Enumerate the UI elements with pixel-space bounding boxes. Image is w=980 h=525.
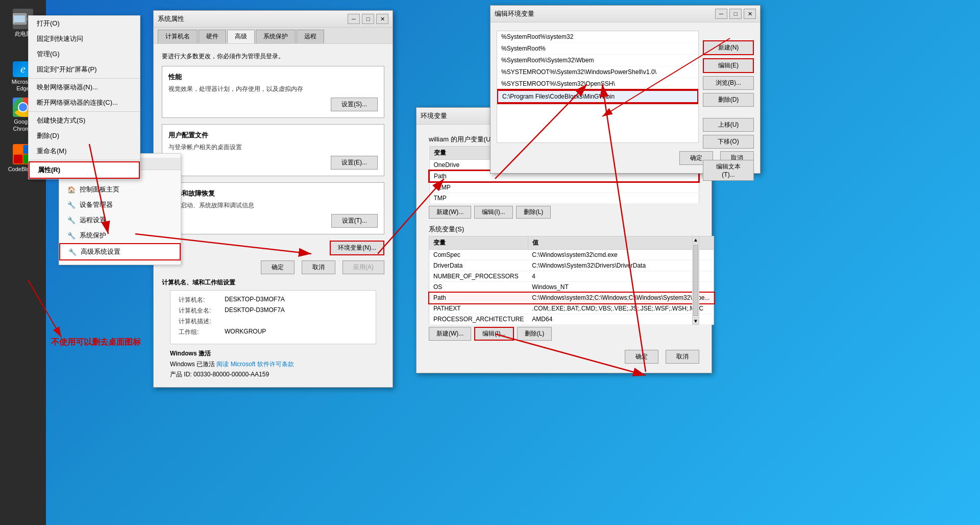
wa-link[interactable]: 阅读 Microsoft 软件许可条款 <box>216 361 293 368</box>
cn-label: 计算机名: <box>179 296 225 304</box>
full-name-label: 计算机全名: <box>179 306 225 315</box>
context-menu-item-open[interactable]: 打开(O) <box>29 16 140 31</box>
context-menu-item-properties[interactable]: 属性(R) <box>29 161 140 179</box>
sep2 <box>29 111 140 112</box>
context-menu-item-rename[interactable]: 重命名(M) <box>29 144 140 159</box>
wg-label: 工作组: <box>179 328 225 337</box>
cp-device-manager[interactable]: 🔧 设备管理器 <box>59 197 181 212</box>
table-row[interactable]: ComSpec C:\Windows\system32\cmd.exe <box>429 250 714 260</box>
cp-advanced-sys[interactable]: 🔧 高级系统设置 <box>59 243 181 260</box>
edit-env-new-btn[interactable]: 新建(N) <box>703 40 754 55</box>
sys-props-window: 系统属性 ─ □ ✕ 计算机名 硬件 高级 系统保护 远程 要进行大多数更改，你… <box>153 10 393 388</box>
sys-props-controls: ─ □ ✕ <box>348 14 388 24</box>
user-new-btn[interactable]: 新建(W)... <box>429 206 471 219</box>
edit-env-minimize[interactable]: ─ <box>715 9 727 19</box>
sys-vars-btns: 新建(W)... 编辑(I)... 删除(L) <box>429 327 699 341</box>
sv-driverdata-var: DriverData <box>429 260 528 271</box>
startup-btn[interactable]: 设置(T)... <box>331 214 378 228</box>
sv-procarch-var: PROCESSOR_ARCHITECTURE <box>429 314 528 325</box>
edit-env-edit-text-btn[interactable]: 编辑文本(T)... <box>703 160 754 181</box>
cp-device-label: 设备管理器 <box>80 200 113 209</box>
edit-env-close[interactable]: ✕ <box>744 9 756 19</box>
tab-advanced[interactable]: 高级 <box>227 30 255 43</box>
cp-sysprotect-label: 系统保护 <box>80 231 106 240</box>
tab-remote[interactable]: 远程 <box>297 30 324 43</box>
context-menu-item-delete[interactable]: 删除(D) <box>29 128 140 144</box>
context-menu: 打开(O) 固定到快速访问 管理(G) 固定到"开始"屏幕(P) 映射网络驱动器… <box>28 15 140 179</box>
edit-env-browse-btn[interactable]: 浏览(B)... <box>703 76 754 90</box>
sv-pathext-val: .COM;.EXE;.BAT;.CMD;.VBS;.VBE;.JS;.JSE;.… <box>528 303 714 314</box>
edit-env-entry-2[interactable]: %SystemRoot%\System32\Wbem <box>497 55 698 66</box>
cp-home[interactable]: 🏠 控制面板主页 <box>59 182 181 197</box>
sys-edit-btn[interactable]: 编辑(I)... <box>474 327 513 341</box>
sys-props-apply[interactable]: 应用(A) <box>342 260 384 274</box>
performance-section: 性能 视觉效果，处理器计划，内存使用，以及虚拟内存 设置(S)... <box>162 66 384 118</box>
sv-driverdata-val: C:\Windows\System32\Drivers\DriverData <box>528 260 714 271</box>
perf-settings-btn[interactable]: 设置(S)... <box>331 98 378 111</box>
tab-sys-protect[interactable]: 系统保护 <box>256 30 296 43</box>
edit-env-entry-1[interactable]: %SystemRoot% <box>497 43 698 55</box>
edit-env-entry-4[interactable]: %SYSTEMROOT%\System32\OpenSSH\ <box>497 78 698 90</box>
context-menu-item-pin-start[interactable]: 固定到"开始"屏幕(P) <box>29 62 140 77</box>
sv-comspec-var: ComSpec <box>429 250 528 260</box>
user-delete-btn[interactable]: 删除(L) <box>516 206 551 219</box>
user-profiles-btn[interactable]: 设置(E)... <box>331 156 378 170</box>
edit-env-edit-btn[interactable]: 编辑(E) <box>703 58 754 73</box>
tab-hardware[interactable]: 硬件 <box>199 30 226 43</box>
perf-title: 性能 <box>168 73 378 82</box>
env-ok-btn[interactable]: 确定 <box>625 350 658 364</box>
annotation-desktop-note: 不使用可以删去桌面图标 <box>51 337 141 348</box>
edit-env-entry-0[interactable]: %SystemRoot%\system32 <box>497 31 698 43</box>
uv-temp-val <box>618 182 699 193</box>
context-menu-item-pin-quick[interactable]: 固定到快速访问 <box>29 31 140 46</box>
table-row[interactable]: DriverData C:\Windows\System32\Drivers\D… <box>429 260 714 271</box>
env-title: 环境变量 <box>421 111 447 121</box>
table-row-path-sys[interactable]: Path C:\Windows\system32;C:\Windows;C:\W… <box>429 293 714 303</box>
table-row[interactable]: TEMP <box>429 182 699 193</box>
table-row[interactable]: TMP <box>429 193 699 204</box>
edit-env-list: %SystemRoot%\system32 %SystemRoot% %Syst… <box>497 31 699 143</box>
edit-env-delete-btn[interactable]: 删除(D) <box>703 93 754 107</box>
sys-props-content: 要进行大多数更改，你必须作为管理员登录。 性能 视觉效果，处理器计划，内存使用，… <box>154 44 393 387</box>
sys-props-cancel[interactable]: 取消 <box>302 260 335 274</box>
context-menu-item-map-drive[interactable]: 映射网络驱动器(N)... <box>29 80 140 95</box>
edit-env-move-up-btn[interactable]: 上移(U) <box>703 118 754 132</box>
env-var-btn[interactable]: 环境变量(N)... <box>330 241 384 255</box>
sys-props-minimize[interactable]: ─ <box>348 14 360 24</box>
context-menu-item-disconnect[interactable]: 断开网络驱动器的连接(C)... <box>29 95 140 110</box>
table-row[interactable]: OS Windows_NT <box>429 282 714 293</box>
edit-env-content: %SystemRoot%\system32 %SystemRoot% %Syst… <box>491 22 760 173</box>
cp-remote[interactable]: 🔧 远程设置 <box>59 212 181 228</box>
table-row[interactable]: PROCESSOR_ARCHITECTURE AMD64 <box>429 314 714 325</box>
cp-remote-icon: 🔧 <box>67 217 76 224</box>
cp-sysprotect-icon: 🔧 <box>67 232 76 240</box>
startup-desc: 系统启动、系统故障和调试信息 <box>168 201 378 210</box>
edit-env-maximize[interactable]: □ <box>729 9 742 19</box>
uv-temp-var: TEMP <box>429 182 618 193</box>
sv-comspec-val: C:\Windows\system32\cmd.exe <box>528 250 714 260</box>
context-menu-item-manage[interactable]: 管理(G) <box>29 46 140 62</box>
desc-label: 计算机描述: <box>179 317 225 326</box>
cp-sys-protect[interactable]: 🔧 系统保护 <box>59 228 181 243</box>
env-cancel-btn[interactable]: 取消 <box>666 350 699 364</box>
context-menu-item-create-shortcut[interactable]: 创建快捷方式(S) <box>29 113 140 128</box>
sys-props-ok[interactable]: 确定 <box>261 260 295 274</box>
edit-env-entry-5[interactable]: C:\Program Files\CodeBlocks\MinGW\bin <box>497 90 698 103</box>
sys-props-tabs: 计算机名 硬件 高级 系统保护 远程 <box>154 28 393 44</box>
user-edit-btn[interactable]: 编辑(I)... <box>474 206 512 219</box>
sys-props-title: 系统属性 <box>158 14 184 23</box>
sys-props-close[interactable]: ✕ <box>376 14 388 24</box>
desktop: 此电脑 e MicrosoftEdge Google Chrome <box>0 0 980 525</box>
edit-env-entry-3[interactable]: %SYSTEMROOT%\System32\WindowsPowerShell\… <box>497 66 698 78</box>
table-row[interactable]: NUMBER_OF_PROCESSORS 4 <box>429 271 714 282</box>
comp-info-title: 计算机名、域和工作组设置 <box>162 278 384 287</box>
user-profiles-desc: 与登录帐户相关的桌面设置 <box>168 143 378 152</box>
sys-delete-btn[interactable]: 删除(L) <box>517 327 552 341</box>
table-row[interactable]: PATHEXT .COM;.EXE;.BAT;.CMD;.VBS;.VBE;.J… <box>429 303 714 314</box>
tab-computer-name[interactable]: 计算机名 <box>158 30 198 43</box>
edit-env-move-down-btn[interactable]: 下移(O) <box>703 135 754 149</box>
sys-new-btn[interactable]: 新建(W)... <box>429 327 471 341</box>
edit-env-window: 编辑环境变量 ─ □ ✕ %SystemRoot%\system32 %Syst… <box>490 5 761 174</box>
sys-props-maximize[interactable]: □ <box>362 14 374 24</box>
windows-activation: Windows 激活 Windows 已激活 阅读 Microsoft 软件许可… <box>170 349 376 379</box>
